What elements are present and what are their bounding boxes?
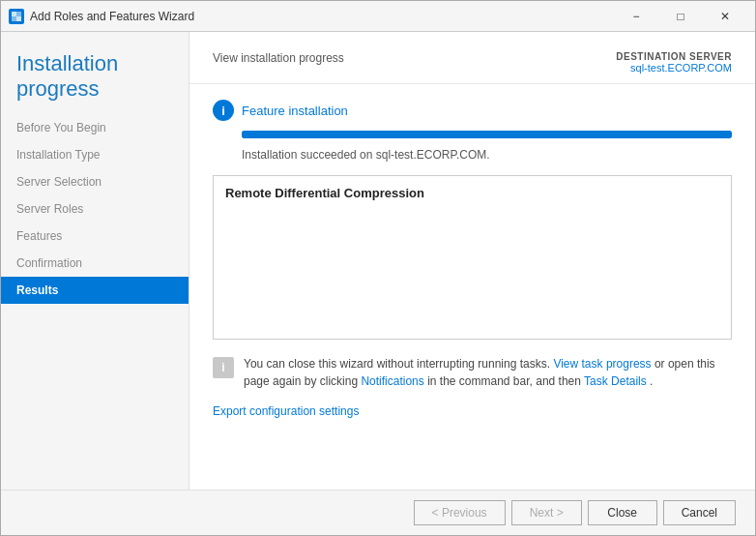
notice-link-task-progress[interactable]: View task progress [553,357,651,371]
result-box: Remote Differential Compression [213,175,732,340]
sidebar-item-confirmation[interactable]: Confirmation [1,250,189,277]
titlebar: Add Roles and Features Wizard − □ ✕ [1,1,755,32]
notice-text-part3: in the command bar, and then [427,374,584,388]
notice-text-part1: You can close this wizard without interr… [244,357,550,371]
close-button[interactable]: Close [588,500,657,525]
progress-bar-fill [242,131,732,138]
svg-rect-2 [12,16,16,21]
sidebar-item-server-selection[interactable]: Server Selection [1,168,189,195]
main-content: Installation progress Before You Begin I… [1,32,755,490]
app-icon [9,9,24,24]
notice-link-task-details[interactable]: Task Details [584,374,647,388]
destination-server-name: sql-test.ECORP.COM [616,62,732,74]
window-title: Add Roles and Features Wizard [30,10,614,23]
sidebar-nav: Before You Begin Installation Type Serve… [1,114,189,304]
feature-installation-link[interactable]: Feature installation [242,104,348,118]
sidebar-header: Installation progress [1,32,189,114]
destination-server-info: DESTINATION SERVER sql-test.ECORP.COM [616,51,732,74]
sidebar: Installation progress Before You Begin I… [1,32,189,490]
notice-icon: i [213,357,234,378]
cancel-button[interactable]: Cancel [663,500,736,525]
destination-server-label: DESTINATION SERVER [616,51,732,62]
footer: < Previous Next > Close Cancel [1,490,755,535]
minimize-button[interactable]: − [614,1,658,32]
notice-text: You can close this wizard without interr… [244,355,732,390]
window-controls: − □ ✕ [614,1,747,32]
feature-installation-row: i Feature installation [213,100,732,121]
success-text: Installation succeeded on sql-test.ECORP… [242,148,732,162]
window: Add Roles and Features Wizard − □ ✕ Inst… [0,0,756,536]
svg-rect-1 [16,12,21,16]
notice-row: i You can close this wizard without inte… [213,355,732,390]
sidebar-item-features[interactable]: Features [1,223,189,250]
result-item: Remote Differential Compression [225,186,719,200]
progress-bar-container [242,131,732,138]
notice-link-notifications[interactable]: Notifications [361,374,423,388]
svg-rect-3 [16,16,21,21]
content-body: i Feature installation Installation succ… [189,84,755,490]
sidebar-item-before-you-begin[interactable]: Before You Begin [1,114,189,141]
export-configuration-link[interactable]: Export configuration settings [213,404,359,418]
maximize-button[interactable]: □ [658,1,703,32]
close-window-button[interactable]: ✕ [703,1,747,32]
notice-text-part4: . [650,374,653,388]
sidebar-item-installation-type[interactable]: Installation Type [1,141,189,168]
sidebar-item-server-roles[interactable]: Server Roles [1,195,189,223]
content-header-title: View installation progress [213,51,344,65]
feature-info-icon: i [213,100,234,121]
svg-rect-0 [12,12,16,16]
sidebar-title: Installation progress [16,51,173,103]
next-button[interactable]: Next > [511,500,582,525]
sidebar-item-results[interactable]: Results [1,277,189,304]
previous-button[interactable]: < Previous [414,500,506,525]
content-header: View installation progress DESTINATION S… [189,32,755,84]
content-panel: View installation progress DESTINATION S… [189,32,755,490]
